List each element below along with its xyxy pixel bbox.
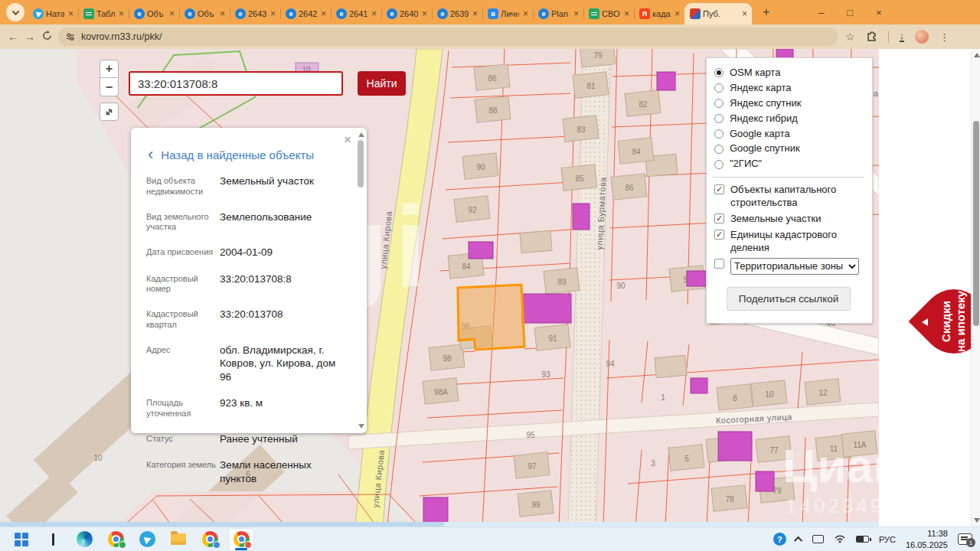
base-layer-option[interactable]: Яндекс карта [713, 82, 864, 95]
back-icon[interactable]: ← [5, 31, 21, 43]
zones-checkbox[interactable] [714, 259, 724, 269]
panel-scrollbar[interactable] [357, 131, 364, 430]
forward-icon[interactable]: → [21, 31, 38, 43]
tab-close-icon[interactable]: × [521, 8, 530, 19]
base-layer-option[interactable]: "2ГИС" [713, 158, 864, 171]
wifi-icon[interactable] [834, 533, 846, 546]
chrome-app-button-active[interactable] [229, 529, 253, 550]
tab-close-icon[interactable]: × [740, 8, 749, 19]
display-icon[interactable] [812, 535, 824, 543]
find-button[interactable]: Найти [358, 71, 406, 96]
base-layer-option[interactable]: OSM карта [713, 67, 864, 80]
tab-close-icon[interactable]: × [168, 8, 176, 19]
browser-tab[interactable]: вЛичн× [482, 3, 533, 24]
tab-close-icon[interactable]: × [673, 8, 681, 19]
scroll-down-icon[interactable] [358, 424, 364, 429]
selected-parcel[interactable] [458, 285, 524, 350]
start-button[interactable] [9, 529, 34, 550]
zoom-out-button[interactable]: − [100, 78, 119, 96]
tab-close-icon[interactable]: × [370, 8, 378, 19]
panel-close-icon[interactable]: × [344, 132, 351, 148]
browser-tab[interactable]: е2642× [280, 3, 331, 24]
file-explorer-button[interactable] [166, 529, 191, 550]
window-maximize-button[interactable]: □ [844, 7, 855, 18]
taskbar-search-button[interactable] [41, 529, 65, 550]
base-layer-option[interactable]: Яндекс гибрид [713, 112, 864, 126]
radio-icon[interactable] [714, 129, 724, 139]
browser-tab[interactable]: Ната× [28, 3, 78, 24]
browser-tab[interactable]: Пуб.× [684, 3, 752, 24]
zones-select[interactable]: Территориальные зоны [730, 258, 859, 275]
browser-tab[interactable]: еОбъ× [179, 3, 230, 24]
radio-icon[interactable] [714, 145, 724, 154]
edge-app-button[interactable] [72, 529, 96, 550]
notifications-icon[interactable]: 1 [958, 533, 972, 545]
browser-tab[interactable]: еPlan× [533, 3, 583, 24]
tab-close-icon[interactable]: × [67, 8, 75, 19]
tray-overflow-icon[interactable] [794, 536, 802, 544]
telegram-app-button[interactable] [135, 529, 159, 550]
tab-close-icon[interactable]: × [269, 8, 277, 19]
browser-tab[interactable]: е2643× [230, 3, 280, 24]
radio-icon[interactable] [714, 160, 724, 169]
language-indicator[interactable]: РУС [879, 535, 896, 544]
base-layer-option[interactable]: Google карта [713, 128, 864, 141]
bookmark-star-icon[interactable]: ☆ [845, 31, 855, 43]
tray-help-icon[interactable]: ? [773, 533, 786, 546]
search-input[interactable] [129, 71, 343, 96]
tab-close-icon[interactable]: × [420, 8, 429, 19]
scroll-up-icon[interactable] [974, 53, 980, 57]
radio-icon[interactable] [714, 99, 724, 108]
mortgage-promo-ribbon[interactable]: Скидки на ипотеку [913, 274, 980, 370]
browser-tab[interactable]: е2639× [432, 3, 482, 24]
browser-tab[interactable]: Якада× [634, 3, 684, 24]
site-settings-icon[interactable] [66, 32, 75, 41]
share-link-button[interactable]: Поделиться ссылкой [727, 287, 851, 311]
checkbox-icon[interactable]: ✓ [714, 184, 724, 194]
zoom-in-button[interactable]: + [100, 60, 119, 78]
chrome-app-button-1[interactable] [103, 529, 128, 550]
scroll-thumb[interactable] [973, 121, 979, 326]
scroll-down-icon[interactable] [974, 518, 980, 523]
base-layer-option[interactable]: Google спутник [713, 142, 864, 155]
overlay-option[interactable]: ✓Объекты капитального строительства [713, 184, 864, 210]
checkbox-icon[interactable]: ✓ [714, 214, 724, 223]
tab-close-icon[interactable]: × [117, 8, 126, 19]
download-icon[interactable]: ↓ [900, 31, 905, 42]
chrome-app-button-2[interactable] [198, 529, 222, 550]
browser-tab[interactable]: еОбъ× [129, 3, 179, 24]
clock[interactable]: 11:38 16.05.2025 [906, 528, 948, 550]
window-minimize-button[interactable]: – [816, 7, 826, 18]
checkbox-icon[interactable]: ✓ [714, 230, 724, 240]
overlay-option[interactable]: ✓Единицы кадастрового деления [713, 229, 864, 255]
browser-menu-icon[interactable]: ⋮ [939, 31, 949, 43]
window-close-button[interactable]: × [874, 7, 884, 18]
tab-search-button[interactable] [6, 3, 24, 21]
base-layer-option[interactable]: Яндекс спутник [713, 97, 864, 110]
browser-tab[interactable]: СВО× [583, 3, 634, 24]
base-layer-label: OSM карта [730, 67, 780, 80]
scroll-thumb[interactable] [358, 140, 364, 187]
address-bar[interactable]: kovrov.rn33.ru/pkk/ [58, 28, 838, 46]
overlay-option[interactable]: ✓Земельные участки [713, 213, 864, 226]
radio-icon[interactable] [714, 114, 724, 123]
vertical-scrollbar[interactable] [971, 49, 980, 527]
tab-close-icon[interactable]: × [218, 8, 227, 19]
radio-icon[interactable] [714, 83, 724, 93]
battery-icon[interactable] [856, 536, 869, 543]
tab-close-icon[interactable]: × [471, 8, 479, 19]
tab-close-icon[interactable]: × [319, 8, 328, 19]
new-tab-button[interactable]: + [760, 5, 773, 19]
browser-tab[interactable]: Табл× [78, 3, 129, 24]
fullscreen-button[interactable] [100, 103, 119, 121]
back-to-results-link[interactable]: ‹ Назад в найденные объекты [148, 148, 347, 161]
browser-tab[interactable]: е2641× [331, 3, 381, 24]
scroll-up-icon[interactable] [358, 132, 364, 137]
radio-icon[interactable] [714, 68, 724, 77]
tab-close-icon[interactable]: × [622, 8, 631, 19]
refresh-icon[interactable] [38, 31, 55, 43]
tab-close-icon[interactable]: × [572, 8, 580, 19]
browser-tab[interactable]: е2640× [381, 3, 432, 24]
profile-avatar[interactable] [915, 30, 929, 44]
extensions-icon[interactable] [866, 30, 877, 44]
